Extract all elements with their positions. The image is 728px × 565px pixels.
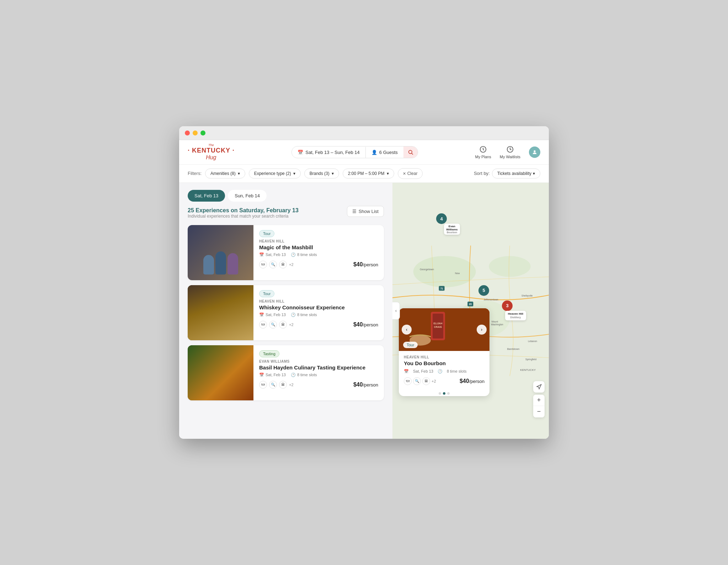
- sort-value: Tickets availability: [497, 171, 531, 176]
- popup-brand: HEAVEN HILL: [404, 355, 485, 359]
- minimize-button[interactable]: [193, 130, 198, 135]
- popup-date: Sat, Feb 13: [413, 369, 433, 373]
- experience-type-filter[interactable]: Experience type (2) ▾: [249, 169, 301, 178]
- popup-footer: 🍽 🔍 🏛 +2 $40/person: [404, 377, 485, 385]
- user-avatar[interactable]: [529, 146, 540, 158]
- evan-williams-marker[interactable]: Evan Williams Bourbon: [444, 224, 460, 235]
- popup-dot-3[interactable]: [447, 392, 450, 395]
- clock-icon-2: 🕐: [291, 313, 296, 317]
- clear-filter-button[interactable]: × Clear: [398, 168, 423, 179]
- tab-sun-feb-14[interactable]: Sun, Feb 14: [228, 190, 267, 202]
- amenity-dining-1: 🍽: [259, 261, 267, 268]
- maximize-button[interactable]: [200, 130, 205, 135]
- amenities-filter-label: Amenities (8): [210, 171, 236, 176]
- close-button[interactable]: [185, 130, 190, 135]
- date-picker[interactable]: 📅 Sat, Feb 13 – Sun, Feb 14: [292, 147, 366, 158]
- svg-text:Mount: Mount: [492, 320, 498, 323]
- app-window: The · KENTUCKY · Hug 📅 Sat, Feb 13 – Sun…: [179, 126, 549, 438]
- locate-button[interactable]: [533, 381, 545, 393]
- amenity-venue-1: 🏛: [279, 261, 287, 268]
- collapse-map-button[interactable]: ‹: [392, 302, 400, 320]
- popup-amenity-2: 🔍: [413, 377, 421, 385]
- tab-sat-feb-13[interactable]: Sat, Feb 13: [188, 190, 225, 202]
- show-list-button[interactable]: ☰ Show List: [347, 206, 384, 217]
- svg-text:Georgetown: Georgetown: [420, 268, 434, 271]
- date-range-value: Sat, Feb 13 – Sun, Feb 14: [305, 150, 360, 155]
- time-range-chevron-icon: ▾: [387, 171, 389, 176]
- experience-card-1[interactable]: Tour HEAVEN HILL Magic of the Mashbill 📅…: [188, 225, 384, 280]
- experience-footer-3: 🍽 🔍 🏛 +2 $40/person: [259, 381, 378, 389]
- amenities-filter[interactable]: Amenities (8) ▾: [205, 169, 245, 178]
- svg-point-7: [489, 256, 530, 277]
- map-container[interactable]: 71 65 Georgetown New Corydon Jeffersonto…: [392, 183, 549, 439]
- popup-tag: Tour: [403, 342, 418, 348]
- amenity-dining-2: 🍽: [259, 321, 267, 329]
- logo[interactable]: The · KENTUCKY · Hug: [188, 144, 235, 160]
- results-count-text: 25 Experiences on: [188, 207, 238, 213]
- time-range-label: 2:00 PM – 5:00 PM: [348, 171, 385, 176]
- my-waitlists-nav[interactable]: My Waitlists: [500, 145, 520, 159]
- plans-icon: [479, 145, 487, 154]
- experience-date-2: 📅 Sat, Feb 13: [259, 313, 286, 317]
- brands-filter[interactable]: Brands (3) ▾: [304, 169, 339, 178]
- experience-details-3: Tasting EVAN WILLIAMS Basil Hayden Culin…: [253, 345, 384, 400]
- map-marker-5[interactable]: 5: [478, 285, 489, 296]
- map-marker-3[interactable]: 3: [502, 300, 513, 311]
- popup-next-button[interactable]: ›: [477, 325, 487, 335]
- zoom-in-button[interactable]: +: [533, 395, 545, 406]
- clear-label: Clear: [407, 171, 418, 176]
- sort-label: Sort by:: [474, 171, 490, 176]
- show-list-label: Show List: [359, 209, 379, 214]
- calendar-icon-3: 📅: [259, 373, 264, 377]
- guests-picker[interactable]: 👤 6 Guests: [366, 147, 403, 158]
- experience-card-3[interactable]: Tasting EVAN WILLIAMS Basil Hayden Culin…: [188, 345, 384, 400]
- experience-title-1: Magic of the Mashbill: [259, 244, 378, 250]
- popup-price: $40/person: [460, 378, 485, 384]
- experience-slots-3: 🕐 8 time slots: [291, 373, 317, 377]
- popup-prev-button[interactable]: ‹: [402, 325, 412, 335]
- time-range-filter[interactable]: 2:00 PM – 5:00 PM ▾: [343, 169, 394, 178]
- search-bar: 📅 Sat, Feb 13 – Sun, Feb 14 👤 6 Guests: [291, 146, 418, 158]
- amenity-guide-1: 🔍: [269, 261, 277, 268]
- main-content: Sat, Feb 13 Sun, Feb 14 ☰ Show List 25 E…: [179, 183, 549, 439]
- amenity-venue-2: 🏛: [279, 321, 287, 329]
- svg-text:New: New: [455, 272, 460, 274]
- my-plans-nav[interactable]: My Plans: [475, 145, 491, 159]
- plans-label: My Plans: [475, 155, 491, 159]
- svg-text:Springfield: Springfield: [525, 358, 536, 361]
- calendar-icon-2: 📅: [259, 313, 264, 317]
- experience-tag-2: Tour: [259, 290, 274, 297]
- experience-type-label: Experience type (2): [254, 171, 291, 176]
- popup-amenities: 🍽 🔍 🏛 +2: [404, 377, 436, 385]
- zoom-controls: + −: [533, 395, 545, 417]
- svg-point-0: [409, 150, 412, 154]
- experience-details-1: Tour HEAVEN HILL Magic of the Mashbill 📅…: [253, 225, 384, 280]
- popup-dot-1[interactable]: [439, 392, 441, 395]
- experience-amenities-1: 🍽 🔍 🏛 +2: [259, 261, 294, 268]
- experience-card-2[interactable]: Tour HEAVEN HILL Whiskey Connoisseur Exp…: [188, 285, 384, 340]
- popup-title: You Do Bourbon: [404, 360, 485, 366]
- brands-chevron-icon: ▾: [332, 171, 334, 176]
- experience-tag-1: Tour: [259, 230, 274, 237]
- experience-meta-2: 📅 Sat, Feb 13 🕐 8 time slots: [259, 313, 378, 317]
- results-header: ☰ Show List 25 Experiences on Saturday, …: [188, 207, 384, 224]
- sort-area: Sort by: Tickets availability ▾: [474, 169, 540, 178]
- experience-brand-3: EVAN WILLIAMS: [259, 359, 378, 363]
- experience-amenities-2: 🍽 🔍 🏛 +2: [259, 321, 294, 329]
- popup-amenity-3: 🏛: [422, 377, 430, 385]
- svg-marker-31: [537, 384, 541, 389]
- popup-dot-2[interactable]: [443, 392, 445, 395]
- amenity-dining-3: 🍽: [259, 381, 267, 389]
- heaven-hill-map-marker[interactable]: Heaven Hill Distillery: [505, 311, 526, 320]
- filters-label: Filters:: [188, 171, 202, 176]
- sort-button[interactable]: Tickets availability ▾: [492, 169, 540, 178]
- calendar-icon-1: 📅: [259, 252, 264, 257]
- amenity-more-3: +2: [289, 383, 294, 387]
- zoom-out-button[interactable]: −: [533, 406, 545, 417]
- titlebar: [179, 126, 549, 140]
- calendar-icon: 📅: [298, 150, 303, 155]
- search-button[interactable]: [403, 146, 418, 158]
- brands-filter-label: Brands (3): [310, 171, 330, 176]
- svg-text:Washington: Washington: [491, 323, 503, 326]
- experience-price-2: $40/person: [353, 321, 378, 328]
